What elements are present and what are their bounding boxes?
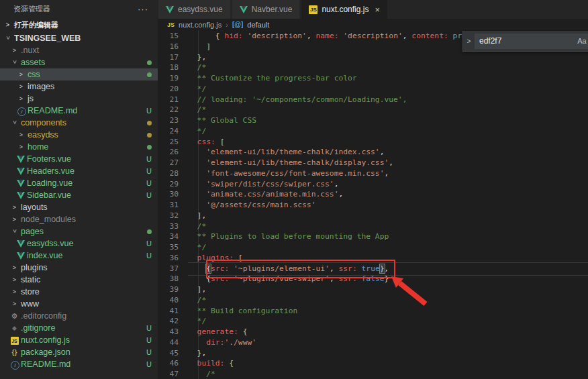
- explorer-title: 资源管理器: [13, 4, 50, 14]
- tree-item-index-vue[interactable]: index.vueU: [0, 250, 158, 262]
- code-line-text[interactable]: ],: [188, 284, 206, 295]
- code-line-text[interactable]: */: [188, 242, 206, 253]
- code-line-text[interactable]: plugins: [: [188, 253, 243, 264]
- tree-item-label: Loading.vue: [27, 178, 72, 188]
- readme-info-icon: i: [17, 106, 26, 116]
- tree-item-package-json[interactable]: {}package.jsonU: [0, 346, 158, 358]
- code-line: 32 ],: [158, 211, 588, 221]
- code-line-text[interactable]: /*: [188, 62, 206, 73]
- tree-item-node-modules[interactable]: >node_modules: [0, 213, 158, 225]
- code-line-text[interactable]: },: [188, 348, 206, 359]
- info-icon: i: [17, 107, 26, 116]
- code-line-text[interactable]: '@/assets/css/main.scss': [188, 200, 315, 211]
- code-line-text[interactable]: ** Plugins to load before mounting the A…: [188, 231, 389, 242]
- code-line-text[interactable]: // loading: '~/components/common/Loading…: [188, 95, 407, 105]
- tree-item-css[interactable]: >css: [0, 68, 158, 80]
- find-input-value[interactable]: edf2f7: [479, 36, 501, 46]
- code-line-text[interactable]: {src: '~plugins/vue-swiper', ssr: false}: [188, 274, 389, 284]
- find-input[interactable]: edf2f7 Aa ab: [475, 34, 588, 49]
- tree-item-assets[interactable]: >assets: [0, 56, 158, 68]
- vue-file-icon: [17, 156, 25, 163]
- tree-item-layouts[interactable]: >layouts: [0, 201, 158, 213]
- tree-item--nuxt[interactable]: >.nuxt: [0, 44, 158, 56]
- tree-item-label: images: [28, 82, 54, 91]
- tree-item-store[interactable]: >store: [0, 286, 158, 298]
- tree-item-loading-vue[interactable]: Loading.vueU: [0, 177, 158, 189]
- gitignore-icon: ◆: [10, 325, 19, 331]
- tab-bar: easydss.vueNavber.vueJSnuxt.config.js×: [158, 0, 588, 19]
- tree-item-pages[interactable]: >pages: [0, 225, 158, 237]
- code-line-text[interactable]: /*: [188, 295, 206, 306]
- tree-item-static[interactable]: >static: [0, 274, 158, 286]
- code-line-text[interactable]: 'swiper/dist/css/swiper.css',: [188, 179, 338, 190]
- code-line-text[interactable]: ** Build configuration: [188, 306, 297, 317]
- code-line-text[interactable]: ** Global CSS: [188, 115, 256, 126]
- tree-item-label: Headers.vue: [27, 166, 75, 176]
- tree-item-headers-vue[interactable]: Headers.vueU: [0, 165, 158, 177]
- find-expand-chevron-icon[interactable]: >: [463, 38, 475, 45]
- code-line-text[interactable]: 'font-awesome/css/font-awesome.min.css',: [188, 168, 389, 179]
- tab-navber-vue[interactable]: Navber.vue: [232, 0, 300, 19]
- json-file-icon: {}: [10, 349, 19, 356]
- code-line-text[interactable]: ** Customize the progress-bar color: [188, 73, 357, 84]
- tab-nuxt-config-js[interactable]: JSnuxt.config.js×: [301, 0, 387, 19]
- tree-item-label: easydss.vue: [27, 239, 73, 248]
- tree-item-www[interactable]: >www: [0, 298, 158, 310]
- code-line-text[interactable]: { hid: 'description', name: 'description…: [188, 31, 476, 42]
- code-line-text[interactable]: ]: [188, 42, 211, 52]
- tree-item--editorconfig[interactable]: ⚙.editorconfig: [0, 310, 158, 322]
- tree-item-easydss-vue[interactable]: easydss.vueU: [0, 237, 158, 250]
- code-line: 45 },: [158, 348, 588, 359]
- tree-item-label: .editorconfig: [21, 311, 66, 321]
- tree-item-label: components: [21, 118, 66, 127]
- git-untracked-badge: U: [146, 191, 152, 199]
- tree-item-easydss[interactable]: >easydss: [0, 129, 158, 141]
- tree-item-js[interactable]: >js: [0, 93, 158, 105]
- tree-item-plugins[interactable]: >plugins: [0, 262, 158, 274]
- tree-item-sidebar-vue[interactable]: Sidebar.vueU: [0, 189, 158, 201]
- code-line-text[interactable]: /*: [188, 105, 206, 115]
- tree-item-tsingsee-web[interactable]: >TSINGSEE_WEB: [0, 32, 158, 44]
- tree-item-components[interactable]: >components: [0, 117, 158, 129]
- vue-file-icon: [17, 168, 25, 175]
- chevron-right-icon: >: [10, 301, 19, 307]
- code-line-text[interactable]: 'element-ui/lib/theme-chalk/index.css',: [188, 147, 384, 158]
- tree-item--gitignore[interactable]: ◆.gitignoreU: [0, 322, 158, 334]
- line-number: 42: [158, 316, 179, 327]
- code-line-text[interactable]: */: [188, 316, 206, 327]
- code-line-text[interactable]: /*: [188, 369, 215, 379]
- tree-item-home[interactable]: >home: [0, 141, 158, 153]
- code-line-text[interactable]: },: [188, 52, 206, 63]
- code-line-text[interactable]: 'animate.css/animate.min.css',: [188, 189, 343, 200]
- code-editor[interactable]: 15 { hid: 'description', name: 'descript…: [158, 30, 588, 379]
- tree-item-readme-md[interactable]: iREADME.mdU: [0, 358, 158, 370]
- line-number: 30: [158, 189, 179, 200]
- breadcrumb[interactable]: JS nuxt.config.js › [@] default: [158, 19, 588, 30]
- code-line: 38 {src: '~plugins/vue-swiper', ssr: fal…: [158, 274, 588, 284]
- code-line-text[interactable]: dir:'./www': [188, 337, 256, 348]
- close-icon[interactable]: ×: [375, 5, 380, 15]
- tree-item-readme-md[interactable]: iREADME.mdU: [0, 105, 158, 117]
- code-line-text[interactable]: css: [: [188, 137, 224, 148]
- code-line-text[interactable]: /*: [188, 221, 206, 232]
- tree-item-images[interactable]: >images: [0, 80, 158, 93]
- code-line-text[interactable]: {src: '~plugins/element-ui', ssr: true},: [188, 264, 389, 274]
- code-line-text[interactable]: */: [188, 84, 206, 95]
- tab-easydss-vue[interactable]: easydss.vue: [158, 0, 230, 19]
- tree-item-label: css: [28, 70, 40, 79]
- file-tree: >TSINGSEE_WEB>.nuxt>assets>css>images>js…: [0, 32, 158, 370]
- code-line-text[interactable]: 'element-ui/lib/theme-chalk/display.css'…: [188, 158, 393, 168]
- match-case-icon[interactable]: Aa: [577, 37, 586, 45]
- code-line-text[interactable]: ],: [188, 211, 206, 221]
- code-line-text[interactable]: build: {: [188, 358, 234, 369]
- chevron-right-icon: >: [17, 131, 26, 138]
- tree-item-nuxt-config-js[interactable]: JSnuxt.config.jsU: [0, 334, 158, 346]
- breadcrumb-symbol[interactable]: default: [247, 21, 269, 29]
- more-actions-icon[interactable]: ···: [138, 4, 148, 14]
- tree-item-footers-vue[interactable]: Footers.vueU: [0, 153, 158, 165]
- code-line-text[interactable]: */: [188, 126, 206, 137]
- open-editors-section[interactable]: > 打开的编辑器: [0, 17, 158, 32]
- breadcrumb-file[interactable]: nuxt.config.js: [179, 21, 222, 29]
- code-line-text[interactable]: generate: {: [188, 327, 247, 337]
- line-number: 35: [158, 242, 179, 253]
